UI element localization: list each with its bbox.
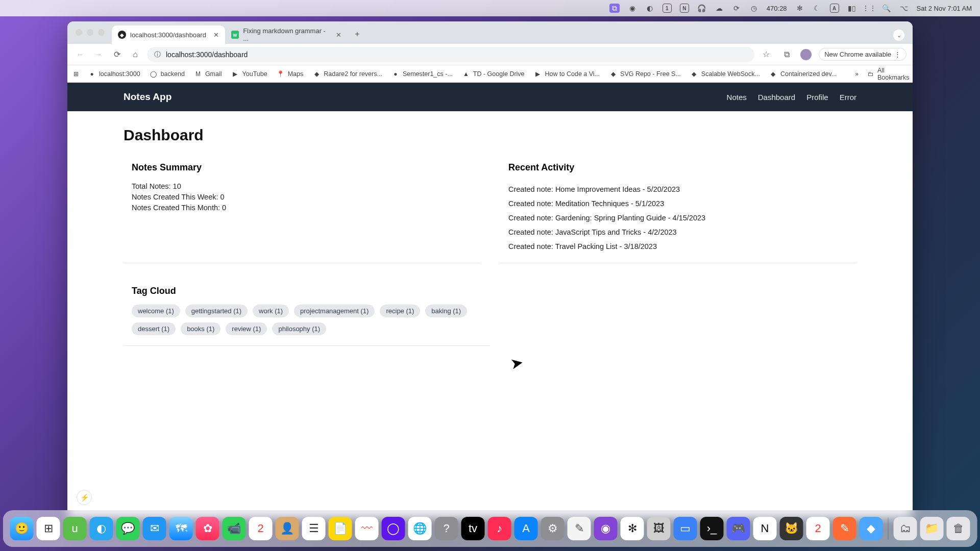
tag-chip[interactable]: recipe (1) <box>380 305 420 317</box>
apps-grid-icon[interactable]: ⊞ <box>74 70 79 78</box>
vs-icon[interactable]: ▭ <box>674 517 697 540</box>
app-icon[interactable]: ◆ <box>860 517 883 540</box>
freeform-icon[interactable]: 〰 <box>355 517 379 540</box>
close-tab-icon[interactable]: ✕ <box>336 31 341 39</box>
messages-icon[interactable]: 💬 <box>116 517 140 540</box>
bookmark-item[interactable]: ◆Radare2 for revers... <box>312 70 382 78</box>
chatgpt-icon[interactable]: ✻ <box>621 517 644 540</box>
site-info-icon[interactable]: ⓘ <box>154 50 161 59</box>
facetime-icon[interactable]: 📹 <box>223 517 246 540</box>
nav-link-error[interactable]: Error <box>840 93 856 102</box>
new-tab-button[interactable]: + <box>350 27 365 42</box>
maps-dock-icon[interactable]: 🗺 <box>169 517 193 540</box>
timer-icon[interactable]: ◷ <box>749 4 758 13</box>
downloads-icon[interactable]: 🗂 <box>894 517 917 540</box>
app-brand[interactable]: Notes App <box>124 91 172 103</box>
sync-icon[interactable]: ⟳ <box>732 4 741 13</box>
tag-chip[interactable]: work (1) <box>253 305 289 317</box>
appstore-icon[interactable]: A <box>514 517 538 540</box>
podcast-icon[interactable]: ◉ <box>594 517 618 540</box>
preview-icon[interactable]: 🖼 <box>647 517 671 540</box>
postman-icon[interactable]: ✎ <box>833 517 856 540</box>
tabs-dropdown-icon[interactable]: ⌄ <box>893 30 904 41</box>
accessibility-icon[interactable]: A <box>830 4 839 13</box>
bookmark-item[interactable]: 📍Maps <box>277 70 304 78</box>
chrome-icon[interactable]: 🌐 <box>408 517 432 540</box>
discord-icon[interactable]: 🎮 <box>727 517 750 540</box>
tag-chip[interactable]: welcome (1) <box>132 305 180 317</box>
nav-link-dashboard[interactable]: Dashboard <box>758 93 795 102</box>
bookmark-item[interactable]: ◆Containerized dev... <box>769 70 837 78</box>
cloud-icon[interactable]: ☁ <box>715 4 724 13</box>
tag-chip[interactable]: gettingstarted (1) <box>185 305 248 317</box>
home-button[interactable]: ⌂ <box>129 48 142 61</box>
bookmark-item[interactable]: ●localhost:3000 <box>88 70 140 78</box>
notes-icon[interactable]: 📄 <box>329 517 352 540</box>
reload-button[interactable]: ⟳ <box>110 48 124 61</box>
warp-icon[interactable]: ◐ <box>90 517 113 540</box>
bookmarks-overflow-icon[interactable]: » <box>855 70 859 78</box>
battery-icon[interactable]: ▮▯ <box>847 4 856 13</box>
game-icon[interactable]: 🐱 <box>780 517 803 540</box>
music-icon[interactable]: ♪ <box>488 517 511 540</box>
upwork-icon[interactable]: u <box>63 517 87 540</box>
close-window-icon[interactable] <box>76 29 82 36</box>
documents-icon[interactable]: 📁 <box>920 517 944 540</box>
mail-icon[interactable]: ✉ <box>143 517 166 540</box>
finder-icon[interactable]: 🙂 <box>10 517 34 540</box>
all-bookmarks-button[interactable]: 🗀 All Bookmarks <box>868 67 911 81</box>
bookmark-item[interactable]: ▲TD - Google Drive <box>462 70 525 78</box>
nav-link-notes[interactable]: Notes <box>727 93 747 102</box>
do-not-disturb-icon[interactable]: ☾ <box>813 4 822 13</box>
quick-action-button[interactable]: ⚡ <box>77 490 92 505</box>
bookmark-item[interactable]: ◯backend <box>150 70 185 78</box>
nav-link-profile[interactable]: Profile <box>806 93 828 102</box>
bookmark-item[interactable]: ◆Scalable WebSock... <box>690 70 760 78</box>
photos-icon[interactable]: ✿ <box>196 517 219 540</box>
notion-dock-icon[interactable]: N <box>753 517 777 540</box>
tag-chip[interactable]: projectmanagement (1) <box>294 305 375 317</box>
extensions-icon[interactable]: ⧉ <box>780 48 793 61</box>
minimize-window-icon[interactable] <box>87 29 93 36</box>
tab-dashboard[interactable]: ◆ localhost:3000/dashboard ✕ <box>112 26 225 44</box>
bookmark-item[interactable]: ▶How to Code a Vi... <box>534 70 600 78</box>
tag-chip[interactable]: review (1) <box>226 322 267 335</box>
clock-app-icon[interactable]: ◐ <box>645 4 654 13</box>
reminders-icon[interactable]: ☰ <box>302 517 326 540</box>
help-icon[interactable]: ? <box>435 517 458 540</box>
maximize-window-icon[interactable] <box>98 29 105 36</box>
calendar-icon[interactable]: 2 <box>249 517 273 540</box>
contacts-icon[interactable]: 👤 <box>276 517 299 540</box>
search-menubar-icon[interactable]: 🔍 <box>882 4 891 13</box>
tab-markdown[interactable]: w Fixing markdown grammar - ... ✕ <box>225 26 348 44</box>
record-icon[interactable]: ◉ <box>628 4 637 13</box>
profile-avatar-icon[interactable] <box>800 49 812 60</box>
wifi-icon[interactable]: ⋮⋮ <box>865 4 874 13</box>
chrome-update-badge[interactable]: New Chrome available ⋮ <box>819 48 906 61</box>
system-settings-icon[interactable]: ⚙ <box>541 517 565 540</box>
calendar2-icon[interactable]: 2 <box>806 517 830 540</box>
appletv-icon[interactable]: tv <box>461 517 485 540</box>
tag-chip[interactable]: philosophy (1) <box>272 322 326 335</box>
bookmark-item[interactable]: ●Semester1_cs -... <box>391 70 453 78</box>
bookmark-star-icon[interactable]: ☆ <box>760 48 773 61</box>
textedit-icon[interactable]: ✎ <box>568 517 591 540</box>
notion-menubar-icon[interactable]: N <box>680 4 689 13</box>
back-button[interactable]: ← <box>74 48 87 61</box>
launchpad-icon[interactable]: ⊞ <box>37 517 60 540</box>
headphones-icon[interactable]: 🎧 <box>697 4 706 13</box>
settings-menubar-icon[interactable]: ✻ <box>795 4 804 13</box>
orb-icon[interactable]: ◯ <box>382 517 405 540</box>
menubar-datetime[interactable]: Sat 2 Nov 7:01 AM <box>917 5 972 12</box>
forward-button[interactable]: → <box>92 48 105 61</box>
tag-chip[interactable]: books (1) <box>181 322 220 335</box>
control-center-icon[interactable]: ⌥ <box>899 4 909 13</box>
terminal-icon[interactable]: ›_ <box>700 517 724 540</box>
screen-record-icon[interactable]: ⧉ <box>609 4 620 13</box>
close-tab-icon[interactable]: ✕ <box>213 31 219 39</box>
bookmark-item[interactable]: MGmail <box>194 70 222 78</box>
kebab-menu-icon[interactable]: ⋮ <box>894 51 901 58</box>
bookmark-item[interactable]: ▶YouTube <box>231 70 267 78</box>
omnibox[interactable]: ⓘ localhost:3000/dashboard <box>147 47 754 62</box>
tag-chip[interactable]: dessert (1) <box>132 322 176 335</box>
